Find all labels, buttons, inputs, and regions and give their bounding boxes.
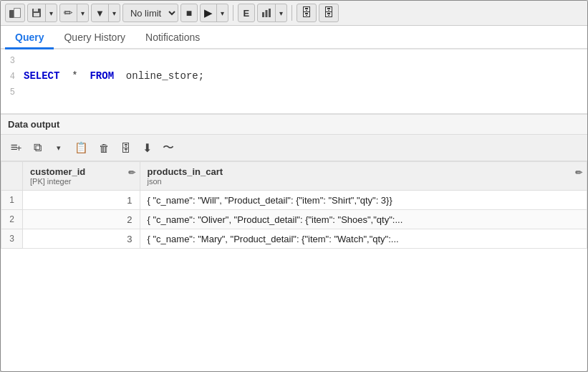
data-output-header: Data output: [1, 114, 587, 135]
copy-dropdown-btn[interactable]: ▾: [49, 138, 68, 157]
paste-btn[interactable]: 📋: [71, 138, 92, 157]
svg-rect-6: [262, 12, 264, 17]
chart-btn[interactable]: [258, 4, 276, 22]
col-type-customer-id: [PK] integer: [30, 177, 132, 186]
run-dropdown-btn[interactable]: ▾: [217, 4, 228, 22]
data-table-container: customer_id [PK] integer ✏ products_in_c…: [1, 161, 587, 371]
tab-bar: Query Query History Notifications: [1, 26, 587, 49]
row-num-3: 3: [1, 229, 23, 249]
limit-select[interactable]: No limit 100 500 1000: [122, 4, 178, 22]
main-window: ▾ ✏ ▾ ▼ ▾ No limit 100 500 1000 ■ ▶ ▾ E: [0, 0, 588, 372]
line-number-5: 5: [4, 85, 24, 100]
toolbar-divider-2: [291, 5, 292, 21]
data-table: customer_id [PK] integer ✏ products_in_c…: [1, 161, 587, 249]
open-file-btn[interactable]: [5, 4, 25, 22]
notifications-tab[interactable]: Notifications: [135, 26, 210, 49]
table-row: 1 1 { "c_name": "Will", "Product_detail"…: [1, 191, 587, 210]
svg-rect-4: [34, 9, 38, 11]
cell-products-1[interactable]: { "c_name": "Will", "Product_detail": {"…: [140, 191, 587, 210]
svg-rect-8: [269, 9, 271, 17]
cell-products-2[interactable]: { "c_name": "Oliver", "Product_detail": …: [140, 210, 587, 229]
row-num-header: [1, 162, 23, 191]
editor-line-4: 4 SELECT * FROM online_store;: [1, 68, 587, 85]
cell-customer-id-3[interactable]: 3: [23, 229, 140, 249]
query-tab[interactable]: Query: [5, 26, 54, 49]
run-btn-group: ▶ ▾: [200, 4, 228, 22]
toolbar-divider-1: [233, 5, 233, 21]
row-num-1: 1: [1, 191, 23, 210]
run-btn[interactable]: ▶: [201, 4, 217, 22]
data-output-label: Data output: [8, 119, 59, 130]
col-name-products-in-cart: products_in_cart: [148, 166, 579, 177]
main-toolbar: ▾ ✏ ▾ ▼ ▾ No limit 100 500 1000 ■ ▶ ▾ E: [1, 1, 587, 26]
save-btn[interactable]: [28, 4, 46, 22]
line-content-4: SELECT * FROM online_store;: [24, 68, 204, 85]
copy-btn[interactable]: ⧉: [28, 138, 47, 157]
col-name-customer-id: customer_id: [30, 166, 132, 177]
filter-btn[interactable]: ▼: [92, 4, 109, 22]
filter-btn-group: ▼ ▾: [91, 4, 120, 22]
svg-rect-5: [34, 13, 39, 16]
keyword-select: SELECT: [24, 70, 59, 82]
table-row: 3 3 { "c_name": "Mary", "Product_detail"…: [1, 229, 587, 249]
filter-dropdown-btn[interactable]: ▾: [109, 4, 120, 22]
svg-rect-7: [265, 10, 267, 17]
download-btn[interactable]: ⬇: [138, 138, 156, 157]
svg-rect-0: [9, 10, 14, 18]
col-edit-pencil-products-in-cart[interactable]: ✏: [575, 168, 582, 178]
chart-btn-group: ▾: [257, 4, 287, 22]
add-row-btn[interactable]: ≡+: [6, 138, 25, 157]
star-operator: *: [66, 70, 84, 82]
editor-line-5: 5: [1, 85, 587, 100]
col-header-products-in-cart: products_in_cart json ✏: [140, 162, 587, 191]
table-header-row: customer_id [PK] integer ✏ products_in_c…: [1, 162, 587, 191]
cell-customer-id-1[interactable]: 1: [23, 191, 140, 210]
row-num-2: 2: [1, 210, 23, 229]
col-type-products-in-cart: json: [148, 177, 579, 186]
delete-btn[interactable]: 🗑: [95, 138, 113, 157]
database-btn[interactable]: 🗄: [297, 4, 317, 22]
query-history-tab[interactable]: Query History: [54, 26, 135, 49]
save-data-btn[interactable]: 🗄: [116, 138, 135, 157]
save-btn-group: ▾: [27, 4, 57, 22]
chart-data-btn[interactable]: 〜: [159, 138, 178, 157]
svg-rect-2: [14, 9, 20, 17]
explain-btn[interactable]: E: [238, 4, 255, 22]
keyword-from: FROM: [90, 70, 114, 82]
data-output-toolbar: ≡+ ⧉ ▾ 📋 🗑 🗄 ⬇ 〜: [1, 135, 587, 161]
table-row: 2 2 { "c_name": "Oliver", "Product_detai…: [1, 210, 587, 229]
edit-dropdown-btn[interactable]: ▾: [77, 4, 88, 22]
cell-products-3[interactable]: { "c_name": "Mary", "Product_detail": {"…: [140, 229, 587, 249]
col-edit-pencil-customer-id[interactable]: ✏: [128, 168, 135, 178]
edit-btn[interactable]: ✏: [60, 4, 77, 22]
chart-dropdown-btn[interactable]: ▾: [276, 4, 286, 22]
save-dropdown-btn[interactable]: ▾: [46, 4, 57, 22]
stop-btn[interactable]: ■: [180, 4, 198, 22]
editor-line-3: 3: [1, 54, 587, 68]
line-number-3: 3: [4, 54, 24, 68]
database2-btn[interactable]: 🗄: [319, 4, 339, 22]
edit-btn-group: ✏ ▾: [59, 4, 89, 22]
col-header-customer-id: customer_id [PK] integer ✏: [23, 162, 140, 191]
line-number-4: 4: [4, 70, 24, 84]
query-editor[interactable]: 3 4 SELECT * FROM online_store; 5: [1, 49, 587, 114]
table-name: online_store;: [120, 70, 204, 82]
cell-customer-id-2[interactable]: 2: [23, 210, 140, 229]
